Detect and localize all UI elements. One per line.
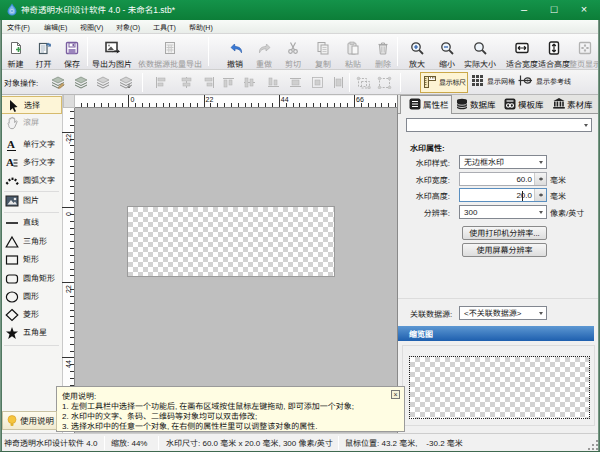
svg-text:A: A <box>6 156 14 168</box>
svg-text:A: A <box>7 138 15 150</box>
